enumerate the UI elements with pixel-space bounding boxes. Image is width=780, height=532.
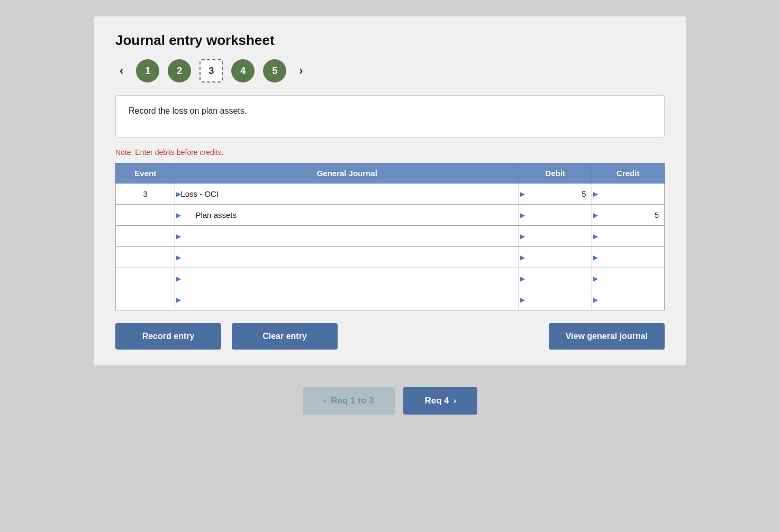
step-3-active[interactable]: 3 [199,59,223,82]
journal-arrow-icon-3: ▶ [176,254,181,261]
next-req-label: Req 4 [424,396,449,406]
credit-arrow-icon-3: ▶ [593,254,598,261]
credit-arrow-icon-1: ▶ [593,212,598,219]
journal-arrow-icon-1: ▶ [176,212,181,219]
journal-arrow-icon-2: ▶ [176,233,181,240]
cell-credit-0[interactable]: ▶ [592,184,664,205]
description-box: Record the loss on plan assets. [115,95,665,137]
cell-event-2[interactable] [116,226,175,247]
journal-arrow-icon-4: ▶ [176,275,181,282]
description-text: Record the loss on plan assets. [129,106,247,115]
debit-value-0: 5 [582,189,586,198]
next-req-button[interactable]: Req 4 › [403,387,477,415]
cell-journal-2[interactable]: ▶ [175,226,519,247]
journal-text-0: Loss - OCI [180,189,219,198]
debit-arrow-icon-3: ▶ [520,254,525,261]
debit-arrow-icon-2: ▶ [520,233,525,240]
cell-event-3[interactable] [116,247,175,268]
header-debit: Debit [519,163,592,184]
debit-arrow-icon-5: ▶ [520,296,525,304]
cell-event-4[interactable] [116,268,175,289]
next-arrow[interactable]: › [295,62,307,80]
clear-entry-button[interactable]: Clear entry [232,323,338,350]
table-row: ▶▶▶ [116,289,665,310]
step-4[interactable]: 4 [231,59,255,82]
header-journal: General Journal [175,163,519,184]
journal-text-1: Plan assets [180,210,237,219]
cell-debit-5[interactable]: ▶ [519,289,592,310]
step-2[interactable]: 2 [168,59,191,82]
prev-req-button[interactable]: ‹ Req 1 to 3 [303,387,395,415]
cell-journal-5[interactable]: ▶ [175,289,519,310]
record-entry-button[interactable]: Record entry [115,323,221,350]
cell-debit-0[interactable]: ▶5 [519,184,592,205]
cell-debit-1[interactable]: ▶ [519,205,592,226]
debit-arrow-icon-1: ▶ [520,212,525,219]
buttons-row: Record entry Clear entry View general jo… [115,323,665,350]
debit-arrow-icon-0: ▶ [520,190,525,198]
table-row: ▶▶▶ [116,247,665,268]
cell-journal-3[interactable]: ▶ [175,247,519,268]
main-card: Journal entry worksheet ‹ 1 2 3 4 5 › Re… [94,16,686,366]
cell-credit-2[interactable]: ▶ [592,226,664,247]
note-text: Note: Enter debits before credits. [115,148,665,157]
cell-credit-5[interactable]: ▶ [592,289,664,310]
table-row: ▶▶▶ [116,268,665,289]
prev-chevron-icon: ‹ [324,396,327,406]
page-title: Journal entry worksheet [115,32,665,49]
cell-journal-0[interactable]: ▶Loss - OCI [175,184,519,205]
cell-journal-1[interactable]: ▶Plan assets [175,205,519,226]
view-general-journal-button[interactable]: View general journal [549,323,665,350]
step-5[interactable]: 5 [263,59,286,82]
header-event: Event [116,163,175,184]
header-credit: Credit [592,163,664,184]
prev-req-label: Req 1 to 3 [331,396,374,406]
journal-arrow-icon-5: ▶ [176,296,181,304]
credit-arrow-icon-4: ▶ [593,275,598,282]
table-row: ▶▶▶ [116,226,665,247]
cell-credit-4[interactable]: ▶ [592,268,664,289]
credit-arrow-icon-2: ▶ [593,233,598,240]
cell-debit-3[interactable]: ▶ [519,247,592,268]
cell-credit-3[interactable]: ▶ [592,247,664,268]
cell-debit-2[interactable]: ▶ [519,226,592,247]
journal-table: Event General Journal Debit Credit 3▶Los… [115,163,665,310]
cell-debit-4[interactable]: ▶ [519,268,592,289]
prev-arrow[interactable]: ‹ [115,62,128,80]
table-row: ▶Plan assets▶▶5 [116,205,665,226]
cell-journal-4[interactable]: ▶ [175,268,519,289]
journal-arrow-icon-0: ▶ [176,190,181,198]
credit-arrow-icon-0: ▶ [593,190,598,198]
table-row: 3▶Loss - OCI▶5▶ [116,184,665,205]
bottom-nav: ‹ Req 1 to 3 Req 4 › [94,387,686,415]
debit-arrow-icon-4: ▶ [520,275,525,282]
cell-credit-1[interactable]: ▶5 [592,205,664,226]
steps-nav: ‹ 1 2 3 4 5 › [115,59,665,82]
step-1[interactable]: 1 [136,59,159,82]
credit-value-1: 5 [655,210,659,219]
cell-event-5[interactable] [116,289,175,310]
cell-event-1[interactable] [116,205,175,226]
next-chevron-icon: › [454,396,457,406]
cell-event-0[interactable]: 3 [116,184,175,205]
credit-arrow-icon-5: ▶ [593,296,598,304]
